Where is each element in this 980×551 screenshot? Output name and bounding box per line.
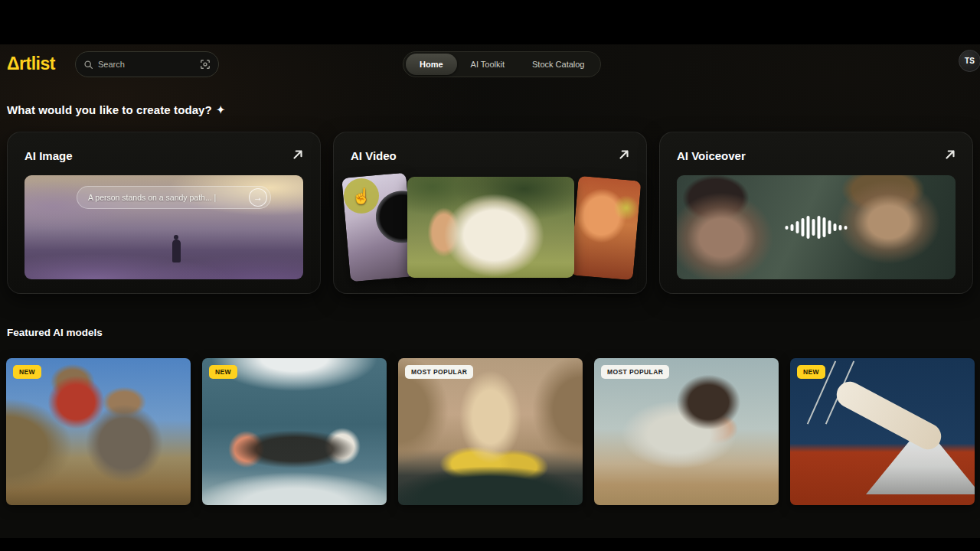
- user-avatar[interactable]: TS: [959, 50, 980, 72]
- badge-new: NEW: [13, 365, 41, 379]
- prompt-submit-button[interactable]: →: [249, 188, 267, 207]
- tab-ai-toolkit[interactable]: AI Toolkit: [457, 54, 518, 75]
- arrow-up-right-icon[interactable]: [943, 148, 957, 161]
- badge-new: NEW: [209, 365, 237, 379]
- card-ai-image[interactable]: AI Image A person stands on a sandy path…: [7, 132, 321, 294]
- badge-most-popular: MOST POPULAR: [405, 365, 473, 379]
- arrow-up-right-icon[interactable]: [291, 148, 305, 161]
- search-bar[interactable]: [75, 51, 219, 77]
- image-search-icon[interactable]: [200, 59, 211, 70]
- badge-new: NEW: [797, 365, 825, 379]
- ai-image-preview: A person stands on a sandy path... | →: [24, 175, 303, 279]
- card-title: AI Voiceover: [677, 149, 746, 162]
- model-card-banana-car[interactable]: MOST POPULAR: [398, 358, 583, 505]
- model-card-chandelier-clouds[interactable]: NEW: [202, 358, 387, 505]
- video-thumb-dog-running[interactable]: [407, 177, 574, 278]
- hero-heading: What would you like to create today? ✦: [7, 103, 225, 116]
- search-icon: [83, 60, 93, 70]
- card-ai-voiceover[interactable]: AI Voiceover: [659, 132, 973, 294]
- artlist-logo[interactable]: Δrtlist: [7, 54, 55, 74]
- page: Δrtlist Home AI Toolkit Stock Catalog TS…: [0, 0, 980, 551]
- model-card-flying-man[interactable]: MOST POPULAR: [594, 358, 779, 505]
- hero-title: What would you like to create today?: [7, 103, 212, 116]
- model-card-kids-bike[interactable]: NEW: [6, 358, 191, 505]
- card-title: AI Image: [24, 149, 73, 162]
- prompt-input[interactable]: A person stands on a sandy path... | →: [77, 186, 271, 209]
- featured-models-heading: Featured AI models: [7, 327, 103, 338]
- swinging-person: [832, 377, 946, 454]
- click-cursor-indicator: ☝: [344, 178, 379, 214]
- model-card-swing-mountain[interactable]: NEW: [790, 358, 975, 505]
- card-title: AI Video: [351, 149, 397, 162]
- arrow-up-right-icon[interactable]: [617, 148, 631, 161]
- sparkle-icon: ✦: [217, 104, 225, 116]
- video-thumb-woman-on-phone[interactable]: [570, 176, 641, 281]
- badge-most-popular: MOST POPULAR: [601, 365, 669, 379]
- ai-voiceover-preview: [677, 175, 956, 279]
- card-ai-video[interactable]: AI Video ☝: [333, 132, 647, 294]
- person-silhouette: [172, 240, 181, 262]
- main-nav: Home AI Toolkit Stock Catalog: [403, 51, 601, 77]
- header: Δrtlist Home AI Toolkit Stock Catalog TS: [0, 47, 980, 83]
- prompt-text: A person stands on a sandy path... |: [88, 193, 249, 202]
- search-input[interactable]: [98, 60, 195, 69]
- tab-stock-catalog[interactable]: Stock Catalog: [518, 54, 598, 75]
- hand-pointer-icon: ☝: [352, 187, 371, 205]
- waveform-icon: [786, 216, 848, 239]
- tab-home[interactable]: Home: [406, 54, 457, 75]
